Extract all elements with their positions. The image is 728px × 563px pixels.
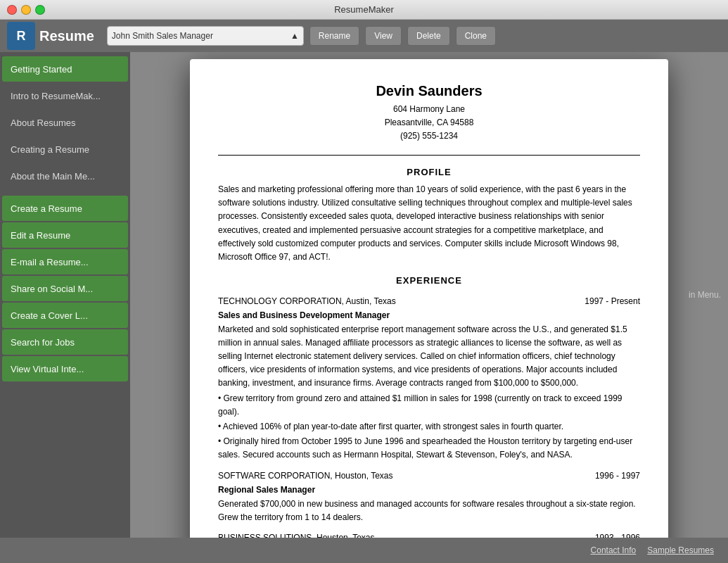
- app-area: R Resume John Smith Sales Manager ▲ Rena…: [0, 20, 728, 563]
- job-1-company: TECHNOLOGY CORPORATION, Austin, Texas: [218, 295, 396, 308]
- job-2-desc: Generated $700,000 in new business and m…: [218, 498, 640, 524]
- logo-icon: R: [7, 22, 35, 50]
- sidebar: Getting Started Intro to ResumeMak... Ab…: [0, 52, 130, 538]
- sidebar-item-create-cover[interactable]: Create a Cover L...: [2, 303, 128, 328]
- job-2-dates: 1996 - 1997: [595, 469, 640, 482]
- maximize-window-button[interactable]: [35, 5, 45, 15]
- job-1-bullet-3: • Originally hired from October 1995 to …: [218, 435, 640, 462]
- bottom-bar: Contact Info Sample Resumes: [0, 538, 728, 563]
- job-entry-1: TECHNOLOGY CORPORATION, Austin, Texas 19…: [218, 295, 640, 462]
- modal-overlay: Devin Saunders 604 Harmony Lane Pleasant…: [130, 52, 728, 538]
- main-content: Getting Started Intro to ResumeMak... Ab…: [0, 52, 728, 538]
- sidebar-item-label: Create a Resume: [11, 203, 82, 214]
- sidebar-item-virtual-interview[interactable]: View Virtual Inte...: [2, 356, 128, 381]
- sidebar-item-label: Creating a Resume: [11, 144, 89, 155]
- job-3-dates: 1993 - 1996: [595, 531, 640, 538]
- job-1-desc: Marketed and sold sophisticated enterpri…: [218, 323, 640, 391]
- window-title: ResumeMaker: [334, 4, 394, 15]
- job-entry-3: BUSINESS SOLUTIONS, Houston, Texas 1993 …: [218, 531, 640, 538]
- rename-button[interactable]: Rename: [309, 26, 359, 46]
- profile-text: Sales and marketing professional offerin…: [218, 183, 640, 264]
- resume-divider: [218, 155, 640, 156]
- job-3-company: BUSINESS SOLUTIONS, Houston, Texas: [218, 531, 375, 538]
- experience-heading: EXPERIENCE: [218, 274, 640, 288]
- sidebar-item-create-resume[interactable]: Create a Resume: [2, 196, 128, 221]
- job-1-bullet-1: • Grew territory from ground zero and at…: [218, 392, 640, 419]
- preview-area: Devin Saunders 604 Harmony Lane Pleasant…: [130, 52, 728, 538]
- dropdown-arrow-icon: ▲: [290, 31, 299, 41]
- sidebar-item-share-social[interactable]: Share on Social M...: [2, 276, 128, 301]
- sidebar-item-label: About Resumes: [11, 118, 76, 128]
- sidebar-item-label: Share on Social M...: [11, 284, 93, 294]
- address-line2: Pleasantville, CA 94588: [218, 116, 640, 129]
- resume-header: Devin Saunders 604 Harmony Lane Pleasant…: [218, 80, 640, 144]
- sidebar-item-label: View Virtual Inte...: [11, 364, 84, 374]
- sidebar-item-label: Intro to ResumeMak...: [11, 91, 101, 101]
- sidebar-item-intro[interactable]: Intro to ResumeMak...: [2, 83, 128, 108]
- resume-name: Devin Saunders: [218, 80, 640, 101]
- sidebar-item-creating-resume[interactable]: Creating a Resume: [2, 137, 128, 162]
- resume-preview-modal: Devin Saunders 604 Harmony Lane Pleasant…: [190, 59, 668, 538]
- close-window-button[interactable]: [7, 5, 17, 15]
- toolbar: R Resume John Smith Sales Manager ▲ Rena…: [0, 20, 728, 52]
- job-2-company: SOFTWARE CORPORATION, Houston, Texas: [218, 469, 393, 482]
- delete-button[interactable]: Delete: [407, 26, 450, 46]
- contact-info-link[interactable]: Contact Info: [591, 545, 637, 555]
- job-2-header: SOFTWARE CORPORATION, Houston, Texas 199…: [218, 469, 640, 482]
- sidebar-item-search-jobs[interactable]: Search for Jobs: [2, 329, 128, 355]
- job-entry-2: SOFTWARE CORPORATION, Houston, Texas 199…: [218, 469, 640, 524]
- job-2-title: Regional Sales Manager: [218, 483, 640, 496]
- job-1-header: TECHNOLOGY CORPORATION, Austin, Texas 19…: [218, 295, 640, 308]
- resume-selector-value: John Smith Sales Manager: [112, 31, 213, 41]
- address-line1: 604 Harmony Lane: [218, 103, 640, 116]
- right-note: in Menu.: [689, 290, 721, 300]
- job-3-header: BUSINESS SOLUTIONS, Houston, Texas 1993 …: [218, 531, 640, 538]
- sidebar-item-label: Edit a Resume: [11, 230, 70, 241]
- sidebar-item-about-resumes[interactable]: About Resumes: [2, 110, 128, 135]
- job-1-bullet-2: • Achieved 106% of plan year-to-date aft…: [218, 420, 640, 434]
- sidebar-item-label: About the Main Me...: [11, 171, 95, 182]
- sidebar-item-about-main-menu[interactable]: About the Main Me...: [2, 163, 128, 189]
- sidebar-item-label: Getting Started: [11, 64, 72, 75]
- logo-text: Resume: [39, 28, 94, 44]
- resume-address: 604 Harmony Lane Pleasantville, CA 94588…: [218, 103, 640, 144]
- job-1-title: Sales and Business Development Manager: [218, 309, 640, 322]
- job-1-dates: 1997 - Present: [585, 295, 640, 308]
- sidebar-item-label: Create a Cover L...: [11, 310, 88, 321]
- window-controls[interactable]: [7, 5, 45, 15]
- minimize-window-button[interactable]: [21, 5, 31, 15]
- resume-content[interactable]: Devin Saunders 604 Harmony Lane Pleasant…: [190, 59, 668, 538]
- phone: (925) 555-1234: [218, 129, 640, 143]
- title-bar: ResumeMaker: [0, 0, 728, 20]
- sidebar-item-label: Search for Jobs: [11, 337, 75, 348]
- sidebar-item-label: E-mail a Resume...: [11, 257, 89, 267]
- sample-resumes-link[interactable]: Sample Resumes: [647, 545, 714, 555]
- sidebar-item-getting-started[interactable]: Getting Started: [2, 56, 128, 82]
- view-button[interactable]: View: [365, 26, 402, 46]
- clone-button[interactable]: Clone: [456, 26, 496, 46]
- logo-area: R Resume: [7, 22, 94, 50]
- sidebar-item-edit-resume[interactable]: Edit a Resume: [2, 222, 128, 248]
- modal-body: Devin Saunders 604 Harmony Lane Pleasant…: [190, 59, 668, 538]
- profile-heading: PROFILE: [218, 165, 640, 179]
- sidebar-item-email-resume[interactable]: E-mail a Resume...: [2, 249, 128, 274]
- resume-selector[interactable]: John Smith Sales Manager ▲: [107, 26, 304, 46]
